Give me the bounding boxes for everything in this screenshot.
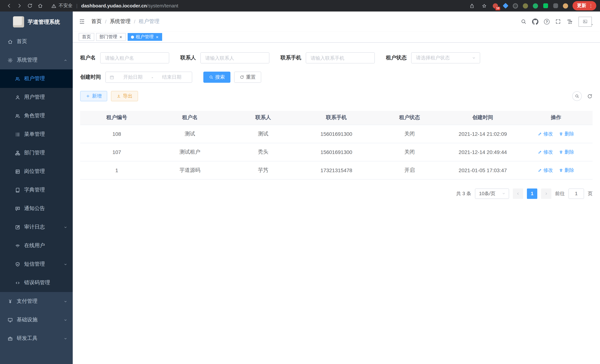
export-button[interactable]: 导出 [111,91,138,101]
column-header: 操作 [519,111,593,125]
sidebar-item-audit-log[interactable]: 审计日志 [0,218,73,236]
comment-icon [15,206,20,211]
content: 租户名 联系人 联系手机 租户状态 请选择租户状态 [73,43,600,364]
sidebar-item-infra[interactable]: 基础设施 [0,311,73,329]
contact-name-input[interactable] [200,52,269,64]
extensions-puzzle-icon[interactable] [553,3,558,9]
delete-link[interactable]: 删除 [559,149,574,155]
cell-id: 108 [80,125,153,143]
breadcrumb-separator: / [105,19,106,25]
tenant-name-input[interactable] [100,52,169,64]
warning-icon [51,3,56,8]
browser-reload-button[interactable] [25,1,35,10]
contact-mobile-input[interactable] [306,52,375,64]
app-logo[interactable]: 芋道管理系统 [0,11,73,32]
delete-link[interactable]: 删除 [559,167,574,173]
breadcrumb-item[interactable]: 系统管理 [110,18,131,25]
cell-mobile: 17321315478 [300,161,373,179]
chrome-update-button[interactable]: 更新 ⋮ [572,1,596,10]
sidebar-item-error-code[interactable]: 错误码管理 [0,273,73,292]
sidebar-item-role[interactable]: 角色管理 [0,106,73,125]
profile-avatar-icon[interactable] [562,3,568,9]
extension-glyph [533,3,538,8]
extension-icon-4[interactable] [523,3,528,9]
delete-link[interactable]: 删除 [559,131,574,137]
search-button[interactable]: 搜索 [203,72,230,83]
tab-dept[interactable]: 部门管理× [96,33,126,41]
github-icon[interactable] [532,18,538,25]
trash-icon [559,150,563,154]
delete-label: 删除 [564,167,574,173]
page-number-button[interactable]: 1 [527,188,537,199]
extension-icon-1[interactable]: 10 [492,3,498,9]
refresh-table-button[interactable] [587,93,593,99]
chevron-right-icon [544,191,548,196]
avatar[interactable] [579,17,594,27]
sidebar-toggle-button[interactable] [79,18,85,25]
goto-page-input[interactable] [568,188,584,199]
sidebar-item-label: 首页 [17,38,27,45]
edit-link[interactable]: 修改 [538,167,553,173]
column-header: 租户名 [153,111,227,125]
filter-row-2: 创建时间 开始日期 - 结束日期 搜索 重置 [80,72,593,83]
sidebar-item-dept[interactable]: 部门管理 [0,144,73,162]
add-button[interactable]: 新增 [80,91,107,101]
cell-status: 关闭 [373,143,446,161]
cell-created_at: 2021-12-14 21:02:09 [446,125,519,143]
table-toolbar: 新增 导出 [80,91,593,101]
cell-id: 107 [80,143,153,161]
search-icon [209,75,213,79]
sidebar-item-user[interactable]: 用户管理 [0,88,73,106]
url-bar[interactable]: dashboard.yudao.iocoder.cn/system/tenant [81,3,178,9]
breadcrumb-item[interactable]: 首页 [91,18,102,25]
share-button[interactable] [468,1,476,10]
fullscreen-icon[interactable] [555,19,561,25]
browser-forward-button[interactable] [14,1,25,10]
sidebar-item-tenant[interactable]: 租户管理 [0,69,73,88]
sidebar-item-notice[interactable]: 通知公告 [0,199,73,218]
create-time-range-picker[interactable]: 开始日期 - 结束日期 [105,72,192,83]
app-title: 芋道管理系统 [28,18,60,25]
show-search-toggle-button[interactable] [572,91,582,101]
extension-icon-5[interactable] [533,3,538,9]
edit-link[interactable]: 修改 [538,131,553,137]
sidebar-item-dev-tools[interactable]: 研发工具 [0,329,73,348]
menu-list-icon [15,131,20,137]
edit-icon [538,168,542,172]
close-icon[interactable]: × [155,35,159,39]
prev-page-button[interactable] [513,188,523,199]
avatar-image-placeholder [579,17,592,27]
extension-icon-6[interactable] [543,3,548,9]
sidebar-item-post[interactable]: 岗位管理 [0,162,73,181]
log-icon [15,224,20,230]
sidebar-item-label: 角色管理 [24,112,45,119]
select-placeholder: 请选择租户状态 [416,55,450,61]
sidebar-item-dict[interactable]: 字典管理 [0,181,73,199]
next-page-button[interactable] [541,188,551,199]
sidebar-item-home[interactable]: 首页 [0,32,73,51]
tenant-status-select[interactable]: 请选择租户状态 [411,52,480,64]
site-security-chip[interactable]: 不安全 [51,3,73,9]
edit-link[interactable]: 修改 [538,149,553,155]
browser-home-button[interactable] [35,1,45,10]
page-size-select[interactable]: 10条/页 [475,188,509,199]
start-date-placeholder: 开始日期 [116,74,149,81]
kebab-menu-icon: ⋮ [589,3,593,9]
extension-icon-3[interactable] [512,3,518,9]
close-icon[interactable]: × [119,35,122,39]
browser-back-button[interactable] [4,1,14,10]
sidebar-item-menu[interactable]: 菜单管理 [0,125,73,144]
chevron-down-icon [472,56,476,60]
sidebar-item-sms[interactable]: 短信管理 [0,255,73,273]
sidebar-item-system[interactable]: 系统管理 [0,51,73,69]
sidebar-item-pay[interactable]: 支付管理 [0,292,73,311]
extension-icon-2[interactable] [502,3,508,9]
reset-button[interactable]: 重置 [234,72,261,83]
help-icon[interactable]: ? [544,19,550,24]
sidebar-item-online-user[interactable]: 在线用户 [0,236,73,255]
font-size-icon[interactable] [567,18,573,25]
search-icon[interactable] [521,19,526,25]
tab-tenant[interactable]: 租户管理× [128,33,162,41]
tab-home[interactable]: 首页 [79,33,94,41]
bookmark-star-button[interactable] [480,1,488,10]
